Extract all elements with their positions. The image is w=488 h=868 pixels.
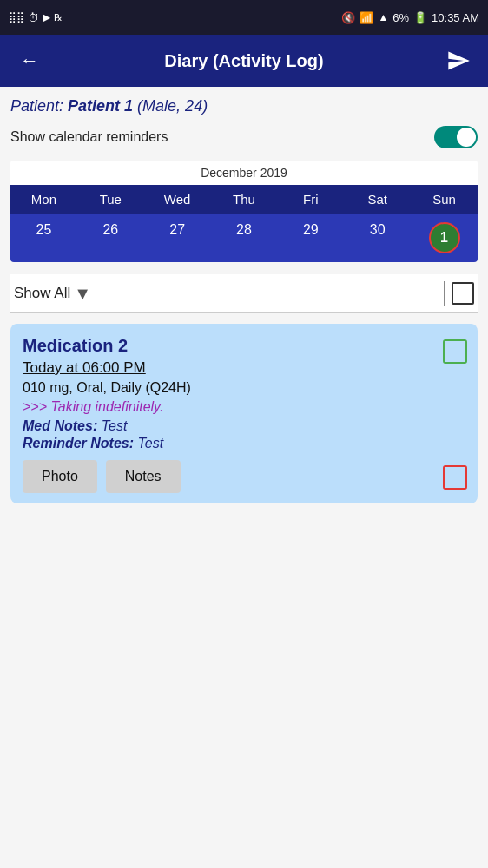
rx-icon: ℞ bbox=[54, 12, 63, 23]
mute-icon: 🔇 bbox=[341, 11, 355, 24]
calendar-month: December 2019 bbox=[10, 161, 478, 185]
show-all-dropdown[interactable]: Show All ▼ bbox=[14, 284, 437, 304]
back-button[interactable]: ← bbox=[14, 45, 45, 76]
toggle-circle bbox=[457, 128, 476, 147]
signal-icon: ▲ bbox=[378, 11, 388, 23]
cal-header-sat: Sat bbox=[344, 185, 411, 214]
med-notes: Med Notes: Test bbox=[23, 418, 434, 434]
cal-header-sun: Sun bbox=[411, 185, 478, 214]
status-bar: ⣿⣿ ⏱ ▶ ℞ 🔇 📶 ▲ 6% 🔋 10:35 AM bbox=[0, 0, 488, 35]
show-all-label: Show All bbox=[14, 285, 70, 302]
patient-info: Patient: Patient 1 (Male, 24) bbox=[10, 97, 478, 115]
cal-day-1[interactable]: 1 bbox=[411, 214, 478, 262]
reminder-label: Show calendar reminders bbox=[10, 129, 168, 145]
reminder-row: Show calendar reminders bbox=[10, 126, 478, 148]
main-content: Patient: Patient 1 (Male, 24) Show calen… bbox=[0, 87, 488, 868]
calendar-days-row: 25 26 27 28 29 30 1 bbox=[10, 214, 478, 262]
notes-button[interactable]: Notes bbox=[106, 460, 181, 493]
med-time: Today at 06:00 PM bbox=[23, 359, 434, 377]
cal-day-29[interactable]: 29 bbox=[277, 214, 344, 262]
battery-icon: 🔋 bbox=[413, 11, 427, 24]
med-reminder-notes: Reminder Notes: Test bbox=[23, 436, 434, 451]
status-left: ⣿⣿ ⏱ ▶ ℞ bbox=[9, 11, 63, 24]
reminders-toggle[interactable] bbox=[434, 126, 478, 148]
cal-day-28[interactable]: 28 bbox=[211, 214, 278, 262]
send-icon bbox=[446, 49, 471, 73]
checkbox-red[interactable] bbox=[443, 465, 467, 490]
photo-button[interactable]: Photo bbox=[23, 460, 97, 493]
med-taking: >>> Taking indefinitely. bbox=[23, 399, 434, 415]
cal-header-tue: Tue bbox=[77, 185, 144, 214]
cal-header-wed: Wed bbox=[144, 185, 211, 214]
cal-header-thu: Thu bbox=[211, 185, 278, 214]
active-day-circle: 1 bbox=[429, 222, 460, 253]
filter-divider bbox=[444, 281, 445, 306]
app-bar: ← Diary (Activity Log) bbox=[0, 35, 488, 87]
med-buttons: Photo Notes bbox=[23, 460, 434, 493]
med-checkboxes bbox=[443, 336, 467, 493]
wifi-icon: 📶 bbox=[359, 11, 373, 24]
med-details: 010 mg, Oral, Daily (Q24H) bbox=[23, 380, 434, 396]
filter-row: Show All ▼ bbox=[10, 274, 478, 313]
med-notes-value-text: Test bbox=[102, 418, 128, 433]
patient-label: Patient: bbox=[10, 97, 63, 115]
timer-icon: ⏱ bbox=[28, 11, 39, 24]
play-icon: ▶ bbox=[43, 11, 50, 23]
filter-square-button[interactable] bbox=[452, 282, 474, 305]
med-card-main: Medication 2 Today at 06:00 PM 010 mg, O… bbox=[23, 336, 434, 493]
cal-day-27[interactable]: 27 bbox=[144, 214, 211, 262]
medication-card: Medication 2 Today at 06:00 PM 010 mg, O… bbox=[10, 324, 478, 503]
dropdown-arrow-icon: ▼ bbox=[74, 284, 91, 304]
checkbox-green[interactable] bbox=[443, 339, 467, 364]
grid-icon: ⣿⣿ bbox=[9, 11, 24, 23]
calendar: December 2019 Mon Tue Wed Thu Fri Sat Su… bbox=[10, 161, 478, 262]
reminder-notes-label: Reminder Notes: bbox=[23, 436, 134, 450]
med-name: Medication 2 bbox=[23, 336, 434, 356]
battery-percent: 6% bbox=[392, 11, 409, 24]
back-arrow-icon: ← bbox=[20, 49, 39, 72]
cal-day-25[interactable]: 25 bbox=[10, 214, 77, 262]
calendar-header: Mon Tue Wed Thu Fri Sat Sun bbox=[10, 185, 478, 214]
send-button[interactable] bbox=[443, 45, 474, 76]
page-title: Diary (Activity Log) bbox=[45, 51, 443, 71]
cal-header-mon: Mon bbox=[10, 185, 77, 214]
patient-details: (Male, 24) bbox=[137, 97, 208, 115]
cal-day-26[interactable]: 26 bbox=[77, 214, 144, 262]
patient-name: Patient 1 bbox=[68, 97, 133, 115]
med-notes-label: Med Notes: bbox=[23, 418, 97, 433]
status-right: 🔇 📶 ▲ 6% 🔋 10:35 AM bbox=[341, 11, 479, 24]
cal-day-30[interactable]: 30 bbox=[344, 214, 411, 262]
cal-header-fri: Fri bbox=[277, 185, 344, 214]
reminder-notes-value-text: Test bbox=[137, 436, 163, 450]
clock: 10:35 AM bbox=[432, 11, 479, 24]
